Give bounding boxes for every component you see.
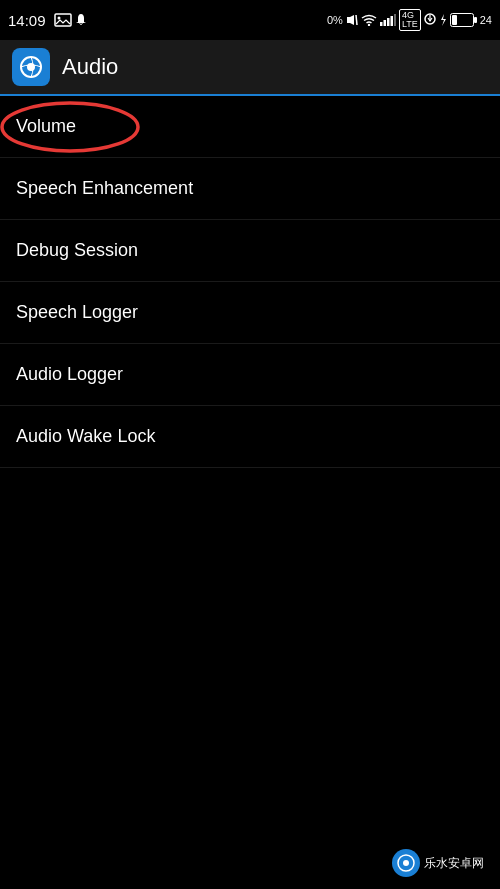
signal-percent: 0% (327, 14, 343, 26)
svg-rect-7 (387, 18, 390, 26)
menu-item-debug-session[interactable]: Debug Session (0, 220, 500, 282)
svg-rect-0 (55, 14, 71, 26)
svg-rect-9 (394, 14, 396, 26)
status-time: 14:09 (8, 12, 46, 29)
menu-item-speech-logger-label: Speech Logger (16, 302, 138, 323)
svg-rect-6 (383, 20, 386, 26)
menu-item-speech-enhancement[interactable]: Speech Enhancement (0, 158, 500, 220)
app-bar: Audio (0, 40, 500, 96)
svg-point-17 (2, 103, 138, 151)
watermark-icon (392, 849, 420, 877)
charging-icon (439, 13, 447, 27)
signal-bars-icon (380, 14, 396, 26)
menu-item-audio-wake-lock-label: Audio Wake Lock (16, 426, 155, 447)
svg-point-19 (403, 860, 409, 866)
network-badge: 4GLTE (399, 9, 421, 31)
status-left: 14:09 (8, 12, 87, 29)
menu-item-volume[interactable]: Volume (0, 96, 500, 158)
menu-item-audio-logger-label: Audio Logger (16, 364, 123, 385)
notification-icon (75, 13, 87, 27)
status-right: 0% 4GLTE (327, 9, 492, 31)
app-title: Audio (62, 54, 118, 80)
svg-rect-8 (390, 16, 393, 26)
download-icon (424, 13, 436, 27)
svg-rect-14 (452, 15, 457, 25)
svg-rect-2 (347, 17, 350, 23)
volume-circle-annotation (0, 99, 143, 155)
battery-icon: 24 (450, 13, 492, 27)
mute-icon (346, 13, 358, 27)
menu-item-debug-session-label: Debug Session (16, 240, 138, 261)
watermark-text: 乐水安卓网 (424, 855, 484, 872)
battery-percent: 24 (480, 14, 492, 26)
audio-app-icon (12, 48, 50, 86)
menu-item-speech-logger[interactable]: Speech Logger (0, 282, 500, 344)
menu-item-audio-logger[interactable]: Audio Logger (0, 344, 500, 406)
svg-rect-5 (380, 22, 383, 26)
image-icon (54, 13, 72, 27)
menu-item-speech-enhancement-label: Speech Enhancement (16, 178, 193, 199)
svg-point-4 (368, 24, 370, 26)
wifi-icon (361, 14, 377, 26)
svg-point-1 (57, 17, 60, 20)
menu-list: Volume Speech Enhancement Debug Session … (0, 96, 500, 468)
svg-point-16 (27, 63, 35, 71)
status-bar: 14:09 0% (0, 0, 500, 40)
svg-line-3 (356, 15, 357, 25)
svg-rect-13 (474, 17, 477, 23)
status-icons-left (54, 13, 87, 27)
menu-item-audio-wake-lock[interactable]: Audio Wake Lock (0, 406, 500, 468)
watermark: 乐水安卓网 (384, 845, 492, 881)
